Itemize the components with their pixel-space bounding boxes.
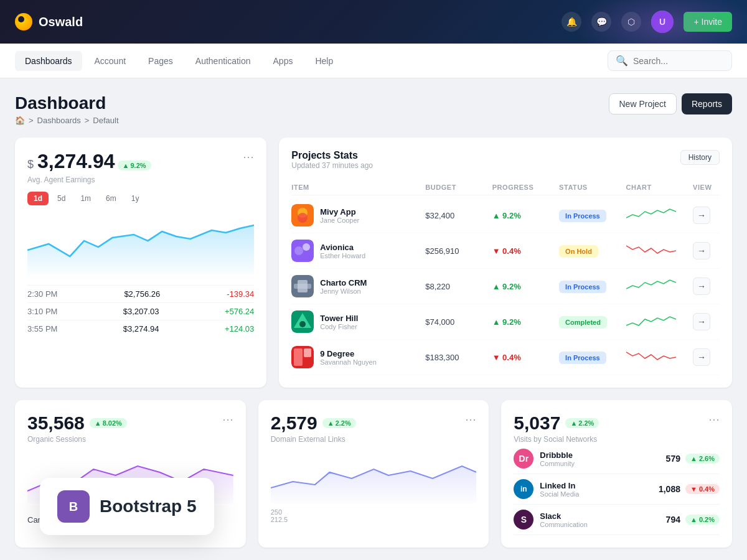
- chart-label-2125: 212.5: [271, 516, 477, 523]
- earnings-card: $ 3,274.94 ▲ 9.2% Avg. Agent Earnings ⋯ …: [15, 138, 266, 388]
- project-row-mivy: Mivy App Jane Cooper $32,400 ▲ 9.2% In P…: [291, 198, 720, 233]
- view-charto-button[interactable]: →: [693, 278, 710, 295]
- nav-apps[interactable]: Apps: [263, 51, 303, 71]
- linkedin-name: Linked In: [540, 481, 579, 490]
- history-button[interactable]: History: [680, 150, 720, 165]
- projects-subtitle: Updated 37 minutes ago: [291, 161, 373, 170]
- social-networks-label: Visits by Social Networks: [514, 435, 599, 444]
- reports-button[interactable]: Reports: [682, 93, 732, 114]
- organic-sessions-more[interactable]: ⋯: [222, 413, 233, 426]
- progress-9degree: ▼ 0.4%: [492, 353, 559, 362]
- budget-tower: $74,000: [425, 317, 492, 327]
- project-row-avionica: Avionica Esther Howard $256,910 ▼ 0.4% O…: [291, 233, 720, 269]
- status-avionica: On Hold: [559, 245, 626, 256]
- projects-title: Projects Stats: [291, 150, 373, 161]
- breadcrumb-dashboards: Dashboards: [37, 116, 81, 125]
- svg-text:U: U: [659, 17, 665, 27]
- filter-1y[interactable]: 1y: [125, 192, 146, 205]
- invite-button[interactable]: + Invite: [684, 12, 732, 32]
- filter-1d[interactable]: 1d: [27, 192, 49, 205]
- notifications-icon[interactable]: 🔔: [561, 12, 581, 32]
- more-options-button[interactable]: ⋯: [243, 150, 254, 164]
- svg-point-7: [303, 243, 310, 251]
- social-networks-more[interactable]: ⋯: [708, 413, 720, 426]
- earnings-header: $ 3,274.94 ▲ 9.2% Avg. Agent Earnings ⋯: [27, 150, 254, 184]
- projects-table-header: ITEM BUDGET PROGRESS STATUS CHART VIEW: [291, 180, 720, 195]
- project-info-tower: Tower Hill Cody Fisher: [291, 310, 425, 333]
- breadcrumb-default: Default: [93, 116, 118, 125]
- filter-5d[interactable]: 5d: [51, 192, 72, 205]
- project-name-mivy: Mivy App Jane Cooper: [320, 207, 359, 224]
- organic-sessions-header: 35,568 ▲ 8.02% Organic Sessions ⋯: [27, 413, 233, 444]
- avatar[interactable]: U: [651, 11, 674, 33]
- dribbble-icon: Dr: [514, 449, 533, 469]
- earnings-number: 3,274.94: [37, 150, 115, 173]
- time-1: 2:30 PM: [27, 289, 57, 299]
- filter-1m[interactable]: 1m: [74, 192, 97, 205]
- domain-links-info: 2,579 ▲ 2.2% Domain External Links: [271, 413, 356, 444]
- status-tower: Completed: [559, 316, 626, 327]
- new-project-button[interactable]: New Project: [609, 93, 677, 114]
- budget-mivy: $32,400: [425, 211, 492, 220]
- progress-tower: ▲ 9.2%: [492, 317, 559, 327]
- search-input[interactable]: [633, 56, 724, 66]
- chart-mivy: [626, 205, 693, 225]
- time-3: 3:55 PM: [27, 324, 57, 334]
- social-row-dribbble: Dr Dribbble Community 579 ▲ 2.6%: [514, 444, 720, 474]
- page-content: Dashboard 🏠 > Dashboards > Default New P…: [0, 78, 747, 560]
- organic-sessions-value: 35,568: [27, 413, 85, 434]
- messages-icon[interactable]: 💬: [591, 12, 611, 32]
- earnings-badge: ▲ 9.2%: [118, 161, 151, 170]
- earnings-chart: [27, 213, 254, 278]
- project-row-charto: Charto CRM Jenny Wilson $8,220 ▲ 9.2% In…: [291, 269, 720, 304]
- nav-dashboards[interactable]: Dashboards: [15, 51, 82, 71]
- view-avionica-button[interactable]: →: [693, 242, 710, 259]
- nav-help[interactable]: Help: [305, 51, 343, 71]
- view-mivy-button[interactable]: →: [693, 207, 710, 224]
- project-icon-tower: [291, 310, 314, 333]
- nav-account[interactable]: Account: [85, 51, 136, 71]
- slack-type: Communication: [540, 521, 587, 528]
- nav-pages[interactable]: Pages: [138, 51, 183, 71]
- earnings-data-rows: 2:30 PM $2,756.26 -139.34 3:10 PM $3,207…: [27, 285, 254, 337]
- project-icon-charto: [291, 275, 314, 297]
- projects-stats-card: Projects Stats Updated 37 minutes ago Hi…: [279, 138, 732, 388]
- main-grid: $ 3,274.94 ▲ 9.2% Avg. Agent Earnings ⋯ …: [15, 138, 732, 388]
- project-info-avionica: Avionica Esther Howard: [291, 240, 425, 262]
- change-2: +576.24: [225, 307, 254, 316]
- social-left-linkedin: in Linked In Social Media: [514, 479, 579, 499]
- earnings-subtitle: Avg. Agent Earnings: [27, 175, 151, 184]
- col-view: VIEW: [693, 184, 720, 191]
- social-row-linkedin: in Linked In Social Media 1,088 ▼ 0.4%: [514, 474, 720, 505]
- budget-charto: $8,220: [425, 282, 492, 291]
- slack-icon: S: [514, 510, 533, 530]
- dribbble-name: Dribbble: [540, 450, 575, 460]
- share-icon[interactable]: ⬡: [621, 12, 641, 32]
- domain-links-more[interactable]: ⋯: [465, 413, 476, 426]
- chart-avionica: [626, 241, 693, 261]
- svg-point-4: [298, 213, 308, 223]
- filter-6m[interactable]: 6m: [100, 192, 123, 205]
- project-icon-9degree: [291, 346, 314, 368]
- linkedin-badge: ▼ 0.4%: [685, 484, 720, 494]
- page-title-section: Dashboard 🏠 > Dashboards > Default: [15, 93, 119, 125]
- nav-authentication[interactable]: Authentication: [186, 51, 261, 71]
- domain-links-header: 2,579 ▲ 2.2% Domain External Links ⋯: [271, 413, 477, 444]
- view-tower-button[interactable]: →: [693, 313, 710, 330]
- social-row-slack: S Slack Communication 794 ▲ 0.2%: [514, 505, 720, 535]
- project-info-mivy: Mivy App Jane Cooper: [291, 204, 425, 226]
- col-budget: BUDGET: [425, 184, 492, 191]
- search-area: 🔍: [608, 50, 732, 71]
- project-name-tower: Tower Hill Cody Fisher: [320, 314, 358, 330]
- bottom-section: 35,568 ▲ 8.02% Organic Sessions ⋯: [15, 400, 732, 548]
- chart-9degree: [626, 347, 693, 367]
- bootstrap-icon: B: [57, 490, 90, 523]
- project-row-tower: Tower Hill Cody Fisher $74,000 ▲ 9.2% Co…: [291, 304, 720, 340]
- top-bar-actions: 🔔 💬 ⬡ U + Invite: [561, 11, 732, 33]
- view-9degree-button[interactable]: →: [693, 348, 710, 366]
- social-left-dribbble: Dr Dribbble Community: [514, 449, 575, 469]
- project-name-charto: Charto CRM Jenny Wilson: [320, 278, 367, 295]
- project-info-9degree: 9 Degree Savannah Nguyen: [291, 346, 425, 368]
- organic-sessions-badge: ▲ 8.02%: [90, 418, 127, 428]
- progress-avionica: ▼ 0.4%: [492, 246, 559, 256]
